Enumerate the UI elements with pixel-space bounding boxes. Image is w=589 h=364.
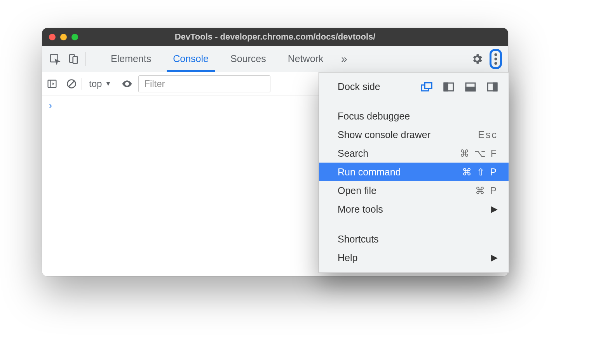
divider [82, 78, 82, 90]
dropdown-icon: ▼ [105, 80, 111, 87]
dock-bottom-icon[interactable] [465, 82, 476, 92]
tab-console[interactable]: Console [162, 46, 220, 72]
dock-undock-icon[interactable] [421, 82, 432, 92]
context-label: top [89, 78, 102, 89]
submenu-arrow-icon: ▶ [491, 204, 498, 214]
menu-section-actions: Focus debuggee Show console drawer Esc S… [319, 101, 509, 224]
tab-label: Elements [111, 53, 151, 64]
menu-item-label: Open file [338, 185, 376, 196]
menu-item-search[interactable]: Search ⌘ ⌥ F [319, 144, 509, 163]
window-controls [49, 34, 78, 40]
filter-input[interactable]: Filter [138, 75, 270, 92]
svg-rect-2 [73, 56, 77, 63]
dock-side-label: Dock side [338, 81, 380, 92]
submenu-arrow-icon: ▶ [491, 253, 498, 263]
menu-item-shortcut: ⌘ ⇧ P [462, 166, 498, 178]
close-window-button[interactable] [49, 34, 56, 40]
more-options-highlight [490, 49, 502, 69]
minimize-window-button[interactable] [60, 34, 67, 40]
context-selector[interactable]: top ▼ [87, 78, 113, 89]
menu-item-open-file[interactable]: Open file ⌘ P [319, 181, 509, 200]
menu-item-shortcut: Esc [478, 129, 498, 140]
svg-rect-19 [493, 83, 497, 91]
filter-placeholder: Filter [144, 78, 165, 89]
menu-item-run-command[interactable]: Run command ⌘ ⇧ P [319, 163, 509, 181]
menu-section-help: Shortcuts Help ▶ [319, 224, 509, 272]
menu-item-show-console-drawer[interactable]: Show console drawer Esc [319, 125, 509, 144]
dock-right-icon[interactable] [487, 82, 498, 92]
more-options-icon[interactable] [494, 52, 498, 66]
device-toggle-icon[interactable] [68, 53, 79, 65]
svg-point-6 [494, 62, 497, 64]
svg-point-4 [494, 53, 497, 56]
menu-item-label: Run command [338, 166, 401, 178]
tab-label: Network [288, 53, 324, 64]
clear-console-icon[interactable] [66, 78, 77, 89]
maximize-window-button[interactable] [71, 34, 78, 40]
svg-point-5 [494, 57, 497, 60]
menu-item-shortcuts[interactable]: Shortcuts [319, 230, 509, 248]
tab-sources[interactable]: Sources [220, 46, 277, 72]
main-toolbar: Elements Console Sources Network » [42, 46, 508, 72]
menu-item-label: Focus debuggee [338, 111, 410, 122]
tab-label: Sources [230, 53, 266, 64]
svg-rect-15 [444, 83, 448, 91]
divider [85, 52, 86, 66]
window-title: DevTools - developer.chrome.com/docs/dev… [175, 32, 376, 42]
more-tabs-icon[interactable]: » [341, 53, 347, 65]
devtools-window: DevTools - developer.chrome.com/docs/dev… [42, 28, 508, 276]
svg-rect-7 [48, 80, 56, 87]
settings-icon[interactable] [471, 53, 483, 65]
dock-options [421, 82, 498, 92]
tab-label: Console [173, 53, 209, 64]
inspect-element-icon[interactable] [49, 53, 61, 65]
eye-icon[interactable] [121, 78, 133, 90]
console-prompt-icon: › [49, 100, 52, 111]
menu-item-label: Search [338, 148, 368, 159]
svg-rect-12 [425, 83, 432, 88]
dock-left-icon[interactable] [443, 82, 454, 92]
menu-item-help[interactable]: Help ▶ [319, 248, 509, 267]
menu-item-label: Help [338, 252, 357, 263]
options-menu: Dock side [319, 72, 509, 273]
tab-strip: Elements Console Sources Network [100, 46, 334, 72]
menu-item-label: More tools [338, 204, 383, 215]
menu-item-more-tools[interactable]: More tools ▶ [319, 200, 509, 218]
toggle-sidebar-icon[interactable] [47, 78, 58, 89]
svg-line-10 [69, 81, 74, 87]
menu-item-shortcut: ⌘ P [475, 185, 498, 196]
menu-item-label: Shortcuts [338, 234, 379, 245]
titlebar: DevTools - developer.chrome.com/docs/dev… [42, 28, 508, 46]
tab-elements[interactable]: Elements [100, 46, 162, 72]
svg-rect-17 [466, 87, 475, 91]
menu-item-shortcut: ⌘ ⌥ F [460, 148, 498, 159]
menu-item-focus-debuggee[interactable]: Focus debuggee [319, 107, 509, 125]
menu-item-label: Show console drawer [338, 129, 430, 140]
menu-section-dock: Dock side [319, 73, 509, 101]
tab-network[interactable]: Network [277, 46, 335, 72]
